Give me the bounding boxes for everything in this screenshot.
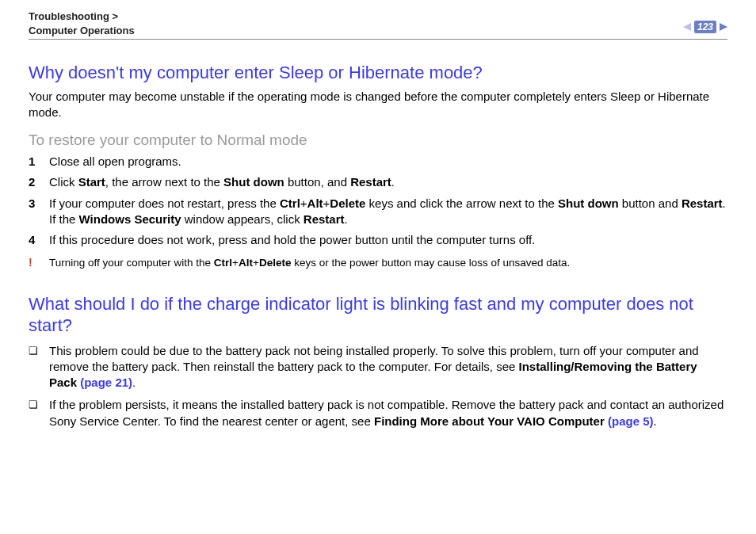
warning-icon: !: [29, 256, 49, 269]
page-number-nav: 123: [683, 10, 727, 33]
step-item: 2 Click Start, the arrow next to the Shu…: [29, 174, 727, 190]
step-item: 3 If your computer does not restart, pre…: [29, 196, 727, 228]
step-item: 4 If this procedure does not work, press…: [29, 232, 727, 248]
breadcrumb-line2: Computer Operations: [29, 24, 135, 38]
list-item: ❏ This problem could be due to the batte…: [29, 343, 727, 391]
step-number: 2: [29, 174, 49, 190]
bullet-body: This problem could be due to the battery…: [49, 343, 727, 391]
next-page-icon[interactable]: [720, 23, 727, 31]
list-item: ❏ If the problem persists, it means the …: [29, 397, 727, 429]
page-header: Troubleshooting > Computer Operations 12…: [29, 10, 727, 40]
steps-list: 1 Close all open programs. 2 Click Start…: [29, 154, 727, 248]
bullet-body: If the problem persists, it means the in…: [49, 397, 727, 429]
page-link[interactable]: (page 5): [608, 414, 654, 428]
breadcrumb-line1: Troubleshooting >: [29, 10, 135, 24]
bullet-icon: ❏: [29, 343, 49, 358]
step-body: If this procedure does not work, press a…: [49, 232, 727, 248]
step-number: 4: [29, 232, 49, 248]
page-number: 123: [694, 21, 716, 33]
warning-note: ! Turning off your computer with the Ctr…: [29, 256, 727, 270]
step-number: 3: [29, 196, 49, 212]
step-body: Close all open programs.: [49, 154, 727, 170]
breadcrumb: Troubleshooting > Computer Operations: [29, 10, 135, 37]
question-1-heading: Why doesn't my computer enter Sleep or H…: [29, 62, 727, 84]
step-number: 1: [29, 154, 49, 170]
bullet-list: ❏ This problem could be due to the batte…: [29, 343, 727, 429]
warning-text: Turning off your computer with the Ctrl+…: [49, 256, 570, 270]
bullet-icon: ❏: [29, 397, 49, 412]
page-link[interactable]: (page 21): [80, 376, 132, 389]
question-2-heading: What should I do if the charge indicator…: [29, 293, 727, 337]
question-1-subheading: To restore your computer to Normal mode: [29, 132, 727, 149]
step-body: If your computer does not restart, press…: [49, 196, 727, 228]
step-item: 1 Close all open programs.: [29, 154, 727, 170]
prev-page-icon[interactable]: [683, 23, 691, 31]
step-body: Click Start, the arrow next to the Shut …: [49, 174, 727, 190]
question-1-intro: Your computer may become unstable if the…: [29, 89, 727, 121]
